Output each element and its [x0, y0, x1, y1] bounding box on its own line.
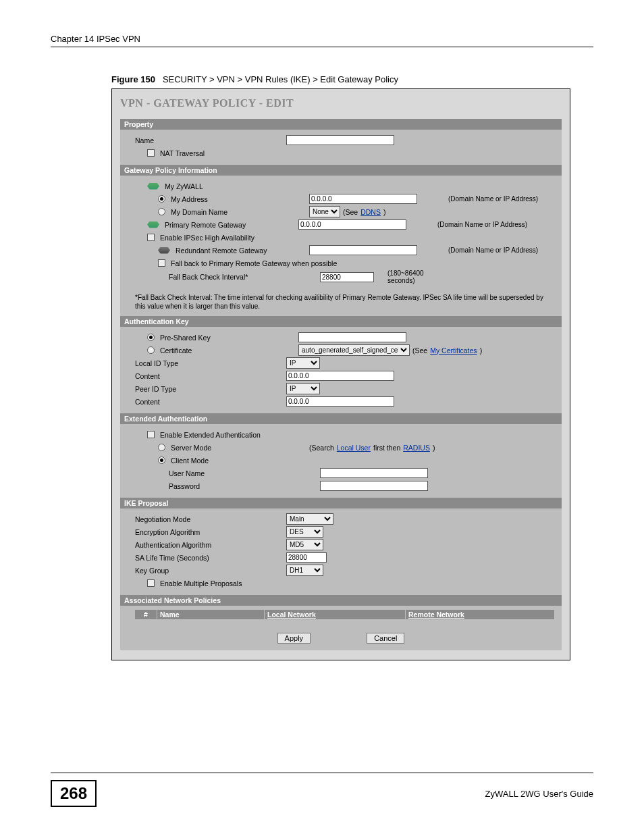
ddns-link[interactable]: DDNS: [360, 208, 381, 216]
enable-multi-checkbox[interactable]: [147, 579, 155, 587]
cert-radio[interactable]: [147, 346, 155, 354]
redundant-label: Redundant Remote Gateway: [176, 246, 267, 255]
figure-caption: Figure 150 SECURITY > VPN > VPN Rules (I…: [111, 74, 593, 84]
cert-select[interactable]: auto_generated_self_signed_cert: [298, 344, 410, 356]
panel-title: VPN - GATEWAY POLICY - EDIT: [120, 97, 562, 109]
fallback-checkbox[interactable]: [158, 259, 165, 267]
my-address-label: My Address: [171, 195, 208, 203]
peer-id-type-label: Peer ID Type: [135, 385, 284, 393]
enable-ext-auth-label: Enable Extended Authentication: [160, 431, 261, 439]
auth-alg-select[interactable]: MD5: [286, 539, 323, 550]
apply-button[interactable]: Apply: [277, 633, 311, 644]
fallback-label: Fall back to Primary Remote Gateway when…: [171, 259, 337, 267]
section-gpi-bar: Gateway Policy Information: [120, 165, 562, 176]
my-address-input[interactable]: [309, 194, 417, 204]
th-local-network: Local Network: [265, 610, 406, 619]
page-number: 268: [51, 780, 97, 807]
enc-alg-select[interactable]: DES: [286, 526, 323, 538]
cert-label: Certificate: [160, 346, 192, 355]
my-address-radio[interactable]: [158, 195, 165, 203]
assoc-table-header: # Name Local Network Remote Network: [135, 610, 555, 619]
server-mode-label: Server Mode: [171, 444, 211, 452]
peer-content-input[interactable]: [286, 396, 394, 407]
my-zywall-label: My ZyWALL: [165, 182, 203, 190]
enable-ext-auth-checkbox[interactable]: [147, 431, 155, 438]
client-mode-label: Client Mode: [171, 457, 209, 465]
fallback-note: *Fall Back Check Interval: The time inte…: [120, 290, 562, 316]
figure-path: SECURITY > VPN > VPN Rules (IKE) > Edit …: [163, 74, 398, 84]
redundant-hint: (Domain Name or IP Address): [440, 246, 555, 254]
neg-mode-label: Negotiation Mode: [135, 515, 284, 523]
redundant-input[interactable]: [309, 245, 417, 255]
auth-alg-label: Authentication Algorithm: [135, 541, 284, 549]
enable-ipsec-ha-checkbox[interactable]: [147, 234, 155, 241]
local-id-type-select[interactable]: IP: [286, 357, 320, 369]
local-id-type-label: Local ID Type: [135, 359, 284, 367]
section-auth-bar: Authentication Key: [120, 316, 562, 327]
zywall-icon: [147, 183, 159, 190]
nat-traversal-label: NAT Traversal: [160, 149, 205, 157]
server-mode-radio[interactable]: [158, 444, 165, 451]
page-footer: 268 ZyWALL 2WG User's Guide: [51, 773, 593, 807]
my-certs-link[interactable]: My Certificates: [430, 346, 477, 355]
section-property-bar: Property: [120, 119, 562, 130]
my-domain-label: My Domain Name: [171, 208, 227, 216]
primary-remote-input[interactable]: [298, 219, 406, 230]
password-label: Password: [135, 482, 317, 490]
psk-label: Pre-Shared Key: [160, 334, 211, 342]
enc-alg-label: Encryption Algorithm: [135, 528, 284, 536]
local-user-link[interactable]: Local User: [337, 444, 371, 452]
cert-see: (See: [412, 346, 427, 355]
th-remote-network: Remote Network: [406, 610, 555, 619]
peer-content-label: Content: [135, 398, 284, 406]
username-label: User Name: [135, 469, 317, 477]
peer-id-type-select[interactable]: IP: [286, 383, 320, 394]
neg-mode-select[interactable]: Main: [286, 513, 333, 525]
client-mode-radio[interactable]: [158, 457, 165, 464]
key-group-label: Key Group: [135, 567, 284, 575]
fallback-range: (180~86400 seconds): [377, 269, 448, 284]
section-assoc-bar: Associated Network Policies: [120, 595, 562, 606]
section-ike-bar: IKE Proposal: [120, 498, 562, 509]
my-domain-radio[interactable]: [158, 208, 165, 215]
running-header: Chapter 14 IPSec VPN: [51, 34, 593, 47]
local-content-label: Content: [135, 372, 284, 380]
fallback-interval-label: Fall Back Check Interval*: [135, 273, 317, 281]
psk-input[interactable]: [298, 332, 406, 342]
see-label: (See: [343, 208, 358, 216]
local-content-input[interactable]: [286, 371, 394, 381]
primary-remote-label: Primary Remote Gateway: [165, 221, 246, 229]
password-input[interactable]: [320, 481, 428, 491]
cancel-button[interactable]: Cancel: [367, 633, 404, 644]
vpn-gateway-policy-panel: VPN - GATEWAY POLICY - EDIT Property Nam…: [111, 88, 570, 660]
username-input[interactable]: [320, 468, 428, 478]
radius-link[interactable]: RADIUS: [403, 444, 430, 452]
enable-multi-label: Enable Multiple Proposals: [160, 579, 242, 588]
section-ext-bar: Extended Authentication: [120, 413, 562, 424]
property-name-label: Name: [135, 136, 284, 145]
figure-label: Figure 150: [111, 74, 155, 84]
nat-traversal-checkbox[interactable]: [147, 149, 155, 157]
my-address-hint: (Domain Name or IP Address): [440, 195, 555, 203]
enable-ipsec-ha-label: Enable IPSec High Availability: [160, 234, 254, 242]
guide-name: ZyWALL 2WG User's Guide: [485, 789, 593, 799]
fallback-interval-input[interactable]: [320, 272, 374, 282]
sa-life-label: SA Life Time (Seconds): [135, 554, 284, 562]
key-group-select[interactable]: DH1: [286, 565, 323, 576]
th-name: Name: [157, 610, 265, 619]
psk-radio[interactable]: [147, 334, 155, 341]
primary-remote-hint: (Domain Name or IP Address): [429, 221, 555, 228]
primary-gateway-icon: [147, 221, 159, 228]
th-num: #: [135, 610, 157, 619]
domain-select[interactable]: None: [309, 206, 340, 217]
redundant-gateway-icon: [158, 247, 170, 254]
sa-life-input[interactable]: [286, 552, 327, 563]
property-name-input[interactable]: [286, 135, 394, 145]
